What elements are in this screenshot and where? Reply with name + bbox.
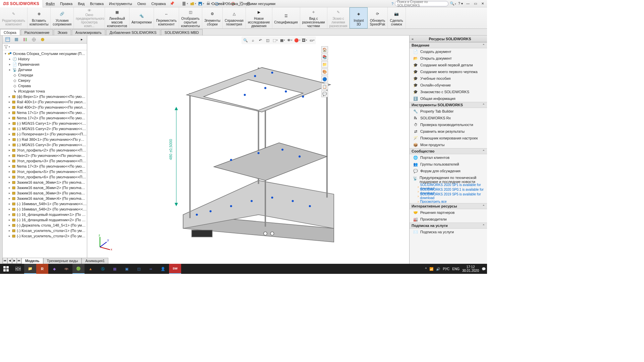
- tp-item[interactable]: ⇄Сравнить мои результаты: [410, 128, 487, 135]
- tp-item[interactable]: ⏱Проверка производительности: [410, 121, 487, 128]
- tree-sys-sens[interactable]: ▸📡Датчики: [3, 67, 87, 72]
- tree-part-13[interactable]: ▸Nema 17<3> (По умолчанию<<По умолчанию>…: [3, 164, 87, 169]
- taskview-button[interactable]: [12, 264, 24, 274]
- ribbon-pattern[interactable]: ▦Линейныймассивкомпонентов: [105, 7, 129, 28]
- tp-appearances-icon[interactable]: 🔵: [321, 76, 328, 82]
- tree-part-17[interactable]: ▸Зажим16 валов_36мм<2> (По умолчанию<<По…: [3, 185, 87, 190]
- menu-окно[interactable]: Окно: [135, 0, 149, 7]
- edit-appearance-icon[interactable]: 🔴▾: [294, 37, 301, 44]
- save-button[interactable]: ▾: [197, 1, 205, 7]
- tp-item[interactable]: 👥Группы пользователей: [410, 161, 487, 168]
- tp-item[interactable]: 💬Форум для обсуждения: [410, 168, 487, 174]
- tree-part-2[interactable]: ▸Rail 400<2> (По умолчанию<<По умолчанию…: [3, 105, 87, 110]
- tp-item[interactable]: 🌐Портал клиентов: [410, 154, 487, 161]
- tray-vol-icon[interactable]: 🔊: [436, 267, 440, 271]
- tree-part-20[interactable]: ▸(-) 16ммвал_548<1> (По умолчанию<<По ум…: [3, 201, 87, 206]
- ribbon-insert[interactable]: ⊕Вставитькомпоненты: [28, 7, 51, 28]
- tp-item[interactable]: 📄Создать документ: [410, 48, 487, 55]
- tree-sys-plane[interactable]: ◇Сверху: [3, 78, 87, 83]
- ribbon-smart[interactable]: 🔩Автокрепежи: [129, 7, 154, 28]
- tp-file-explorer-icon[interactable]: 📁: [321, 61, 328, 68]
- tp-item[interactable]: 🎓Учебные пособия: [410, 75, 487, 82]
- tree-part-12[interactable]: ▸Угол_профиль<3> (По умолчанию<<По умолч…: [3, 158, 87, 164]
- new-doc-button[interactable]: ▾: [181, 1, 189, 7]
- apply-scene-icon[interactable]: 🖼▾: [301, 37, 308, 44]
- tb-app-r-icon[interactable]: R: [36, 264, 48, 274]
- tb-solidworks-icon[interactable]: SW: [169, 264, 181, 274]
- tp-item[interactable]: 🎓Создание моей первой детали: [410, 62, 487, 68]
- tp-section-header[interactable]: Введение⌃: [410, 42, 487, 48]
- start-button[interactable]: [0, 264, 12, 274]
- tree-part-25[interactable]: ▸(-) Косая_усилитель_стола<1> (По умолча…: [3, 228, 87, 233]
- subtab-1[interactable]: Расположение: [21, 29, 53, 35]
- tp-item[interactable]: 📦Мои продукты: [410, 141, 487, 148]
- tp-section-header[interactable]: Подписка на услуги⌃: [410, 223, 487, 229]
- tp-section-header[interactable]: Сообщество⌃: [410, 148, 487, 154]
- tree-part-1[interactable]: ▸Rail 400<1> (По умолчанию<<По умолчанию…: [3, 99, 87, 105]
- zoom-fit-icon[interactable]: 🔍: [242, 37, 249, 44]
- menu-правка[interactable]: Правка: [57, 0, 75, 7]
- menu-вставка[interactable]: Вставка: [87, 0, 106, 7]
- search-help-input[interactable]: Поиск в Справке по SOLIDWORKS: [395, 1, 448, 6]
- ribbon-bom[interactable]: ☰Спецификация: [272, 7, 300, 28]
- dimxpert-tab[interactable]: [30, 36, 38, 43]
- tb-skype-icon[interactable]: Ⓢ: [97, 264, 109, 274]
- ribbon-move[interactable]: ↔Переместитькомпонент: [154, 7, 179, 28]
- doc-tab-2[interactable]: Анимация1: [82, 258, 108, 264]
- search-lens-icon[interactable]: 🔍▾: [450, 1, 456, 6]
- tree-filter-bar[interactable]: ▾: [3, 44, 87, 50]
- tree-part-5[interactable]: ▸(-) MGN15 Carry<1> (По умолчанию<<По ум…: [3, 121, 87, 126]
- tp-design-lib-icon[interactable]: 📚: [321, 54, 328, 60]
- tree-part-6[interactable]: ▸(-) MGN15 Carry<2> (По умолчанию<<По ум…: [3, 126, 87, 131]
- section-view-icon[interactable]: ◫: [264, 37, 271, 44]
- tb-explorer-icon[interactable]: 📁: [24, 264, 36, 274]
- tree-part-22[interactable]: ▸(-) 16_фланцевый подшипник<1> (По умолч…: [3, 212, 87, 217]
- menu-вид[interactable]: Вид: [75, 0, 87, 7]
- view-settings-icon[interactable]: ▭▾: [309, 37, 315, 44]
- ribbon-hidden[interactable]: ◫Отобразитьскрытыекомпоненты: [179, 7, 202, 28]
- tree-part-3[interactable]: ▸Nema 17<1> (По умолчанию<<По умолчанию>…: [3, 110, 87, 115]
- zoom-area-icon[interactable]: ⌕: [250, 37, 256, 44]
- ribbon-speedpak[interactable]: ⟳ОбновитьSpeedPak: [368, 7, 387, 28]
- tp-item[interactable]: 🎓Создание моего первого чертежа: [410, 68, 487, 75]
- tp-forum-icon[interactable]: 💬: [321, 90, 328, 97]
- menu-файл[interactable]: Файл: [43, 0, 57, 7]
- tree-part-16[interactable]: ▸Зажим16 валов_36мм<1> (По умолчанию<<По…: [3, 180, 87, 185]
- doc-tab-0[interactable]: Модель: [21, 258, 43, 264]
- search-help-icon[interactable]: ?: [391, 2, 393, 6]
- tray-lang[interactable]: РУС: [443, 267, 449, 271]
- subtab-5[interactable]: SOLIDWORKS MBD: [161, 29, 203, 35]
- tray-net-icon[interactable]: 📶: [429, 267, 433, 271]
- tray-notif-icon[interactable]: 💬: [482, 267, 486, 271]
- tp-item[interactable]: 🪄Помощник копирования настроек: [410, 135, 487, 141]
- tb-app-tile-icon[interactable]: ◫: [133, 264, 145, 274]
- tb-chrome-icon[interactable]: 🟢: [72, 264, 85, 274]
- subtab-3[interactable]: Анализировать: [72, 29, 105, 35]
- tab-nav-last[interactable]: ⏭: [17, 258, 21, 264]
- tree-part-18[interactable]: ▸Зажим16 валов_36мм<3> (По умолчанию<<По…: [3, 190, 87, 196]
- feature-tree[interactable]: ▾Основа Сборка_Сгнутыми несущими (По умо…: [3, 50, 87, 264]
- display-manager-tab[interactable]: [39, 36, 46, 43]
- tab-nav-first[interactable]: ⏮: [3, 258, 7, 264]
- menu-инструменты[interactable]: Инструменты: [106, 0, 135, 7]
- tp-item[interactable]: 🏭Производители: [410, 216, 487, 223]
- tree-root[interactable]: ▾Основа Сборка_Сгнутыми несущими (По умо…: [3, 51, 87, 56]
- tree-part-0[interactable]: ▸(ф) Верх<1> (По умолчанию<<По умолчанию…: [3, 94, 87, 99]
- tab-nav-prev[interactable]: ◀: [7, 258, 12, 264]
- ribbon-motion[interactable]: ▶Новоеисследованиедвижения: [246, 7, 272, 28]
- view-orient-icon[interactable]: ⬚▾: [272, 37, 278, 44]
- tp-item[interactable]: ✉️Подписка на услуги: [410, 229, 487, 235]
- graphics-viewport[interactable]: 480 ±0,5000 z x y 🏠 📚 📁 🎨 🔵 📋 💬: [87, 36, 409, 264]
- ribbon-refgeo[interactable]: △Справочнаягеометрия: [223, 7, 246, 28]
- hide-show-icon[interactable]: 👁▾: [286, 37, 293, 44]
- pin-icon[interactable]: 📌: [170, 1, 174, 6]
- subtab-2[interactable]: Эскиз: [54, 29, 71, 35]
- ribbon-snapshot[interactable]: 📷Сделатьснимок: [388, 7, 406, 28]
- tp-item[interactable]: 🎓Знакомство с SOLIDWORKS: [410, 88, 487, 95]
- property-manager-tab[interactable]: [13, 36, 20, 43]
- minimize-button[interactable]: —: [465, 1, 471, 6]
- tree-part-4[interactable]: ▸Nema 17<2> (По умолчанию<<По умолчанию>…: [3, 115, 87, 121]
- tree-part-15[interactable]: ▸Угол_профиль<6> (По умолчанию<<По умолч…: [3, 174, 87, 180]
- tp-item[interactable]: 🤝Решения партнеров: [410, 209, 487, 216]
- ribbon-exploded[interactable]: ✧Вид сразнесеннымичастями: [300, 7, 327, 28]
